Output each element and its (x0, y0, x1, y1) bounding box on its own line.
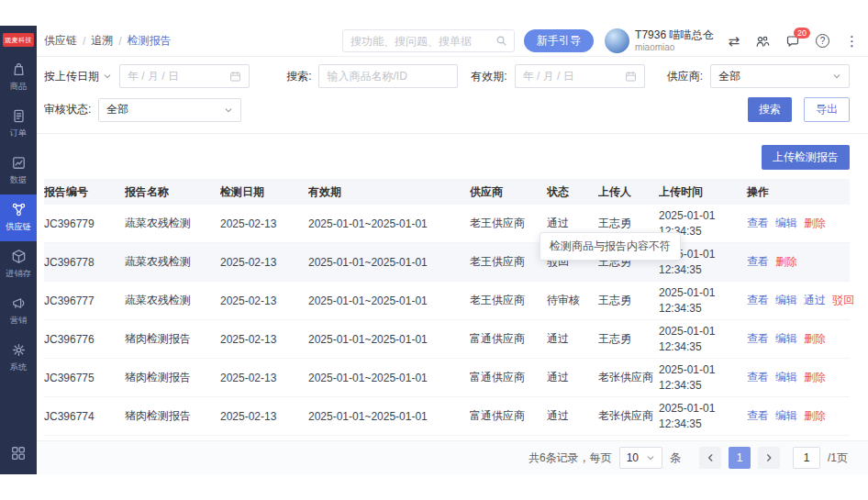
row-actions: 查看编辑删除 (743, 408, 850, 424)
date-type-dropdown[interactable]: 按上传日期 (44, 69, 112, 84)
search-button[interactable]: 搜索 (748, 97, 792, 122)
main-content: 供应链 / 追溯 / 检测报告 新手引导 T7936 喵喵总仓 miaomiao… (37, 26, 868, 474)
upload-date: 2025-01-01 (659, 209, 715, 222)
product-search-box[interactable] (318, 64, 458, 88)
upload-report-button[interactable]: 上传检测报告 (762, 145, 850, 170)
table-row[interactable]: JC396776 猪肉检测报告 2025-02-13 2025-01-01~20… (44, 320, 850, 359)
page-size-value: 10 (627, 451, 639, 464)
view-link[interactable]: 查看 (747, 408, 769, 424)
inspect-date: 2025-02-13 (220, 217, 308, 230)
table-row[interactable]: JC396775 猪肉检测报告 2025-02-13 2025-01-01~20… (44, 359, 850, 397)
sidebar-item-marketing[interactable]: 营销 (0, 288, 37, 335)
upload-clock: 12:34:35 (659, 417, 702, 430)
delete-link[interactable]: 删除 (775, 254, 797, 270)
validity-date-field[interactable] (523, 70, 615, 83)
avatar[interactable] (605, 28, 629, 53)
current-page-button[interactable]: 1 (729, 447, 751, 469)
apps-grid-icon[interactable] (10, 445, 27, 465)
table-row[interactable]: JC396779 蔬菜农残检测 2025-02-13 2025-01-01~20… (44, 205, 850, 243)
table-row[interactable]: JC396777 蔬菜农残检测 2025-02-13 2025-01-01~20… (44, 282, 850, 320)
upload-date-input[interactable] (119, 64, 250, 88)
sidebar-item-orders[interactable]: 订单 (0, 101, 37, 148)
row-actions: 查看删除 (743, 254, 850, 270)
sidebar-nav: 商品 订单 数据 供应链 进销存 营销 (0, 54, 37, 382)
switch-store-icon[interactable]: ⇄ (728, 34, 740, 48)
upload-time: 2025-01-0112:34:35 (659, 401, 743, 430)
validity-range: 2025-01-01~2025-01-01 (308, 410, 470, 423)
sidebar-item-supply-chain[interactable]: 供应链 (0, 194, 37, 241)
page-size-select[interactable]: 10 (619, 447, 662, 469)
edit-link[interactable]: 编辑 (775, 331, 797, 347)
uploader-name: 老张供应商 (598, 370, 659, 385)
global-search-box[interactable] (342, 29, 515, 52)
view-link[interactable]: 查看 (747, 293, 769, 308)
view-link[interactable]: 查看 (747, 254, 769, 270)
delete-link[interactable]: 删除 (804, 408, 826, 424)
report-name: 蔬菜农残检测 (125, 254, 220, 270)
uploader-name: 王志勇 (598, 293, 659, 308)
sidebar-item-data[interactable]: 数据 (0, 148, 37, 194)
top-bar: 供应链 / 追溯 / 检测报告 新手引导 T7936 喵喵总仓 miaomiao… (37, 26, 868, 57)
next-page-button[interactable] (758, 447, 780, 469)
prev-page-button[interactable] (699, 447, 721, 469)
delete-link[interactable]: 删除 (804, 331, 826, 347)
contacts-icon[interactable] (755, 34, 770, 49)
upload-date-field[interactable] (128, 70, 219, 83)
goods-icon (11, 61, 27, 77)
reject-link[interactable]: 驳回 (832, 293, 854, 308)
table-row[interactable]: JC396778 蔬菜农残检测 2025-02-13 2025-01-01~20… (44, 243, 850, 282)
edit-link[interactable]: 编辑 (775, 293, 797, 308)
delete-link[interactable]: 删除 (804, 370, 826, 385)
sidebar-item-goods[interactable]: 商品 (0, 54, 37, 101)
help-icon[interactable]: ? (816, 34, 829, 48)
edit-link[interactable]: 编辑 (775, 370, 797, 385)
report-name: 猪肉检测报告 (125, 331, 220, 347)
view-link[interactable]: 查看 (747, 370, 769, 385)
header-icons: ⇄ 20 ? ⋮ (728, 34, 859, 49)
sidebar-item-system[interactable]: 系统 (0, 335, 37, 382)
supplier-selected-value: 全部 (718, 69, 740, 84)
status-text: 通过 (547, 331, 598, 347)
supplier-select[interactable]: 全部 (710, 64, 850, 88)
kebab-menu-icon[interactable]: ⋮ (845, 34, 859, 48)
row-actions: 查看编辑通过驳回 (743, 293, 854, 308)
chevron-down-icon (103, 72, 112, 80)
inspect-date: 2025-02-13 (220, 372, 308, 384)
validity-range: 2025-01-01~2025-01-01 (308, 217, 470, 230)
system-icon (11, 342, 27, 358)
sidebar-item-inventory[interactable]: 进销存 (0, 241, 37, 288)
filter-panel: 按上传日期 搜索: 有效期: 供应商: 全部 (37, 57, 868, 134)
col-report-name: 报告名称 (125, 184, 220, 200)
report-name: 猪肉检测报告 (125, 370, 220, 385)
page-jump-input[interactable] (793, 447, 820, 469)
uploader-name: 王志勇 (598, 331, 659, 347)
col-status: 状态 (547, 184, 598, 200)
report-id: JC396776 (44, 333, 125, 346)
view-link[interactable]: 查看 (747, 331, 769, 347)
upload-clock: 12:34:35 (659, 379, 702, 392)
validity-date-input[interactable] (515, 64, 645, 88)
row-actions: 查看编辑删除 (743, 370, 850, 385)
filter-row-2: 审核状态: 全部 搜索 导出 (44, 97, 850, 122)
status-select[interactable]: 全部 (98, 98, 241, 122)
edit-link[interactable]: 编辑 (775, 216, 797, 231)
messages-icon[interactable]: 20 (785, 34, 800, 49)
status-selected-value: 全部 (106, 102, 128, 117)
approve-link[interactable]: 通过 (804, 293, 826, 308)
global-search-input[interactable] (351, 35, 490, 48)
table-row[interactable]: JC396774 猪肉检测报告 2025-02-13 2025-01-01~20… (44, 397, 850, 436)
breadcrumb-trace[interactable]: 追溯 (91, 33, 113, 49)
view-link[interactable]: 查看 (747, 216, 769, 231)
total-pages-label: /1页 (828, 450, 848, 466)
export-button[interactable]: 导出 (804, 97, 850, 122)
app-window: 观麦科技 商品 订单 数据 供应链 进销存 (0, 26, 868, 474)
upload-clock: 12:34:35 (659, 302, 702, 315)
edit-link[interactable]: 编辑 (775, 408, 797, 424)
supplier-label: 供应商: (667, 69, 703, 84)
newbie-guide-button[interactable]: 新手引导 (524, 29, 594, 52)
delete-link[interactable]: 删除 (804, 216, 826, 231)
report-id: JC396775 (44, 372, 125, 384)
breadcrumb-supply-chain[interactable]: 供应链 (44, 33, 77, 49)
user-account[interactable]: T7936 喵喵总仓 miaomiao (605, 28, 713, 53)
product-search-input[interactable] (327, 70, 450, 83)
